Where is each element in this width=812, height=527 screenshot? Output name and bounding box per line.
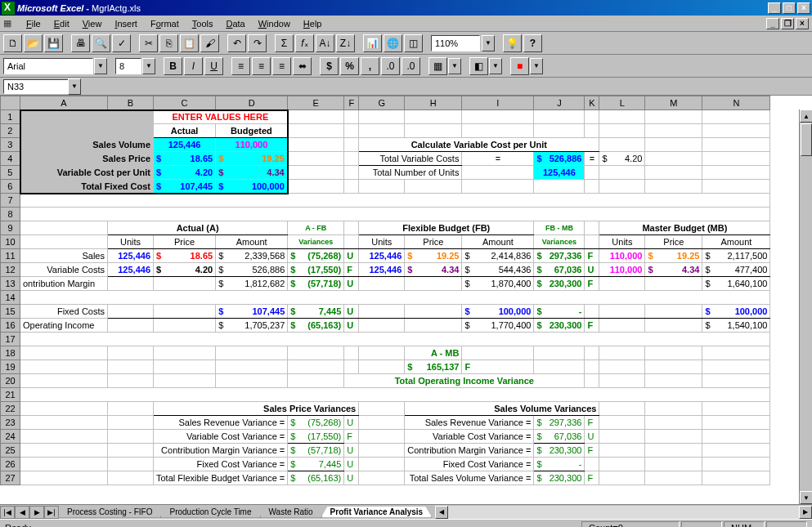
cell[interactable]: $1,812,682 (216, 277, 288, 291)
cell[interactable]: U (585, 263, 599, 277)
tab-first-button[interactable]: |◀ (0, 506, 15, 519)
spellcheck-button[interactable]: ✓ (112, 34, 131, 52)
doc-restore-button[interactable]: ❐ (781, 18, 794, 29)
cell[interactable]: $7,445 (288, 305, 344, 319)
cell[interactable]: Variable Cost per Unit (20, 166, 154, 180)
cell[interactable]: 110,000 (599, 263, 645, 277)
cell[interactable]: Price (645, 235, 702, 249)
cell[interactable]: Variable Cost Variance = (405, 430, 534, 444)
cell[interactable]: $230,300 (534, 277, 585, 291)
cell[interactable]: Calculate Variable Cost per Unit (359, 138, 599, 152)
cell[interactable]: $67,036 (534, 263, 585, 277)
cell[interactable]: $(17,550) (288, 263, 344, 277)
cell[interactable]: ontribution Margin (20, 277, 108, 291)
cell[interactable]: U (344, 319, 359, 333)
menu-edit[interactable]: Edit (47, 17, 76, 30)
zoom-input[interactable]: 110% (431, 35, 480, 51)
cell[interactable]: Variable Costs (20, 263, 108, 277)
cell[interactable]: Units (359, 235, 405, 249)
cell[interactable]: $2,117,500 (702, 249, 770, 263)
row-header[interactable]: 13 (1, 277, 20, 291)
font-color-button[interactable]: ■ (510, 57, 529, 75)
row-header[interactable]: 22 (1, 402, 20, 416)
row-header[interactable]: 25 (1, 444, 20, 458)
row-header[interactable]: 8 (1, 208, 20, 221)
col-header[interactable]: C (154, 96, 216, 110)
cell[interactable]: U (344, 416, 359, 430)
scroll-thumb[interactable] (801, 123, 812, 156)
cell[interactable]: $230,300 (534, 471, 585, 485)
cell[interactable]: A - FB (288, 221, 344, 235)
cell[interactable]: $1,770,400 (462, 319, 534, 333)
cell[interactable]: Sales Price Variances (154, 402, 359, 416)
close-button[interactable]: × (797, 2, 810, 14)
cell[interactable]: $297,336 (534, 249, 585, 263)
row-header[interactable]: 10 (1, 235, 20, 249)
scroll-down-button[interactable]: ▼ (800, 491, 812, 504)
font-size-dropdown[interactable]: ▼ (142, 58, 155, 74)
open-button[interactable]: 📂 (24, 34, 43, 52)
merge-button[interactable]: ⬌ (293, 57, 312, 75)
menu-window[interactable]: Window (252, 17, 297, 30)
cell[interactable]: Budgeted (216, 124, 288, 138)
save-button[interactable]: 💾 (44, 34, 63, 52)
cell[interactable]: = (462, 152, 534, 166)
row-header[interactable]: 16 (1, 319, 20, 333)
cell[interactable]: $67,036 (534, 430, 585, 444)
row-header[interactable]: 14 (1, 291, 20, 305)
row-header[interactable]: 4 (1, 152, 20, 166)
col-header[interactable]: A (20, 96, 108, 110)
col-header[interactable]: K (585, 96, 599, 110)
cell[interactable]: Total Flexible Budget Variance = (154, 471, 288, 485)
cell[interactable]: U (344, 458, 359, 471)
row-header[interactable]: 6 (1, 180, 20, 194)
cell[interactable]: U (344, 277, 359, 291)
map-button[interactable]: 🌐 (384, 34, 402, 52)
cut-button[interactable]: ✂ (139, 34, 158, 52)
cell[interactable]: Sales Revenue Variance = (154, 416, 288, 430)
col-header[interactable]: E (288, 96, 344, 110)
cell[interactable]: $100,000 (216, 180, 288, 194)
drawing-button[interactable]: ◫ (404, 34, 423, 52)
cell[interactable]: 110,000 (599, 249, 645, 263)
col-header[interactable]: F (344, 96, 359, 110)
vertical-scrollbar[interactable]: ▲ ▼ (799, 109, 812, 504)
cell[interactable]: $(65,163) (288, 471, 344, 485)
col-header[interactable]: L (599, 96, 645, 110)
cell[interactable]: Variances (288, 235, 344, 249)
cell[interactable]: Actual (154, 124, 216, 138)
autosum-button[interactable]: Σ (275, 34, 294, 52)
menu-data[interactable]: Data (219, 17, 251, 30)
col-header[interactable]: D (216, 96, 288, 110)
cell[interactable]: $- (534, 458, 585, 471)
sort-asc-button[interactable]: A↓ (316, 34, 334, 52)
function-button[interactable]: fₓ (295, 34, 314, 52)
cell[interactable]: Total Variable Costs (359, 152, 462, 166)
cell[interactable]: Amount (462, 235, 534, 249)
row-header[interactable]: 11 (1, 249, 20, 263)
sheet-tab-active[interactable]: Profit Variance Analysis (321, 507, 433, 518)
decrease-decimal-button[interactable]: .0 (402, 57, 420, 75)
cell[interactable]: Master Budget (MB) (599, 221, 770, 235)
row-header[interactable]: 20 (1, 374, 20, 388)
cell[interactable]: $7,445 (288, 458, 344, 471)
minimize-button[interactable]: _ (768, 2, 781, 14)
cell[interactable]: Units (108, 235, 154, 249)
cell[interactable]: $(17,550) (288, 430, 344, 444)
cell[interactable]: F (585, 471, 599, 485)
col-header[interactable]: H (405, 96, 462, 110)
cell[interactable]: U (344, 471, 359, 485)
cell[interactable]: A - MB (405, 346, 462, 360)
chart-button[interactable]: 📊 (363, 34, 382, 52)
cell[interactable]: Total Number of Units (359, 166, 462, 180)
zoom-dropdown[interactable]: ▼ (482, 35, 495, 51)
select-all-corner[interactable] (1, 96, 20, 110)
sheet-tab[interactable]: Process Costing - FIFO (58, 507, 161, 518)
cell[interactable]: 125,446 (108, 263, 154, 277)
cell[interactable]: Units (599, 235, 645, 249)
row-header[interactable]: 5 (1, 166, 20, 180)
cell[interactable]: Sales Volume (20, 138, 154, 152)
cell[interactable]: $1,705,237 (216, 319, 288, 333)
cell[interactable]: Amount (702, 235, 770, 249)
copy-button[interactable]: ⎘ (159, 34, 178, 52)
